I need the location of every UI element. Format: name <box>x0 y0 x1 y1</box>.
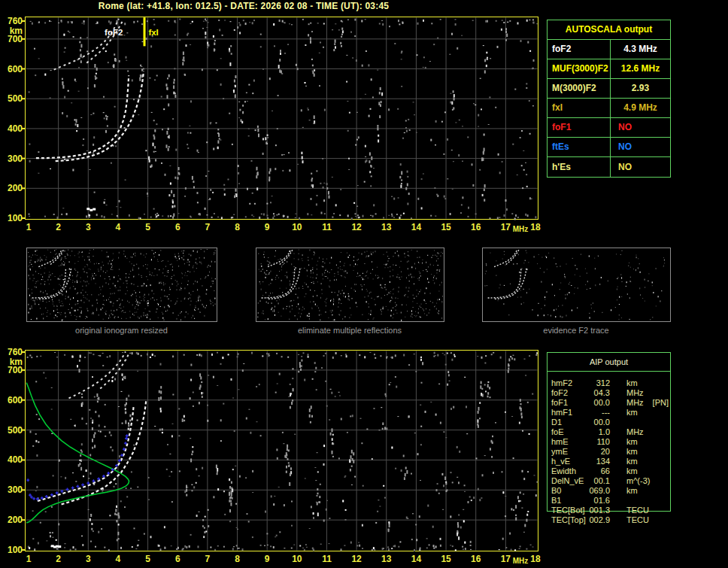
aip-row-yme: ymE20km <box>551 447 669 457</box>
aip-unit: km <box>626 437 638 447</box>
aip-label: h_vE <box>551 457 587 466</box>
thumbnail-evidence-f2-trace <box>483 248 671 322</box>
aip-unit: MHz <box>626 427 644 437</box>
annotation-fxi: fxI <box>148 28 158 37</box>
aip-label: D1 <box>551 418 587 427</box>
aip-val: 002.9 <box>587 515 610 525</box>
x-axis-tick-label: 14 <box>411 222 422 232</box>
table-row-fxi: fxI 4.9 MHz <box>548 99 670 118</box>
table-row-ftes: ftEs NO <box>548 138 670 157</box>
table-row-fof2: foF2 4.3 MHz <box>548 40 670 59</box>
fxi-label: fxI <box>548 99 611 117</box>
aip-table-title: AIP output <box>547 353 671 371</box>
x-axis-tick-label: 2 <box>56 222 61 232</box>
aip-unit: km <box>626 466 638 476</box>
aip-row-hmf1: hmF1---km <box>551 408 669 418</box>
fof1-value: NO <box>611 118 670 137</box>
thumbnail-original-ionogram <box>27 248 217 322</box>
x-axis-tick-label: 11 <box>322 222 332 232</box>
aip-label: B0 <box>551 486 587 496</box>
autoscala-application-window: Rome (lat: +41.8, lon: 012.5) - DATE: 20… <box>0 0 728 568</box>
x-axis-tick-label: 15 <box>441 554 451 564</box>
y-axis-tick-label: 760 <box>8 347 23 357</box>
y-axis-tick-label: 400 <box>8 454 23 465</box>
aip-unit: MHz <box>626 388 644 398</box>
x-axis-tick-label: 9 <box>265 554 270 564</box>
aip-row-fof1: foF100.0MHz[PN] <box>551 398 669 408</box>
hpes-value: NO <box>611 157 670 177</box>
aip-row-hme: hmE110km <box>551 437 669 447</box>
aip-val: 00.0 <box>587 398 610 408</box>
aip-row-foe: foE1.0MHz <box>551 427 669 437</box>
aip-row-hmf2: hmF2312km <box>551 378 669 388</box>
plot-border <box>26 17 538 220</box>
aip-label: hmE <box>551 437 587 447</box>
y-axis-tick-label: 300 <box>8 484 23 495</box>
aip-row-tec-top-: TEC[Top]002.9TECU <box>551 515 669 525</box>
aip-row-deln-ve: DelN_vE00.1m^(-3) <box>551 476 669 486</box>
aip-val: --- <box>587 408 610 418</box>
table-row-fof1: foF1 NO <box>548 118 670 138</box>
ftes-label: ftEs <box>548 138 611 156</box>
x-axis-tick-label: 6 <box>175 222 180 232</box>
aip-row-fof2: foF204.3MHz <box>551 388 669 398</box>
ftes-value: NO <box>611 138 670 156</box>
aip-unit: TECU <box>626 506 649 515</box>
aip-label: B1 <box>551 496 587 506</box>
x-axis-tick-label: 14 <box>411 554 422 564</box>
x-axis-tick-label: 5 <box>145 222 150 232</box>
annotation-fof2: foF2 <box>105 28 123 37</box>
x-axis-tick-label: 16 <box>471 554 481 564</box>
thumbnail-caption-eliminate: eliminate multiple reflections <box>256 326 444 335</box>
x-axis-tick-label: 18 <box>530 222 541 232</box>
fxi-value: 4.9 MHz <box>611 99 670 117</box>
x-axis-tick-label: 12 <box>351 222 362 232</box>
aip-val: 001.3 <box>587 506 610 515</box>
x-axis-tick-label: 4 <box>116 222 121 232</box>
table-row-muf3000f2: MUF(3000)F2 12.6 MHz <box>548 59 670 79</box>
fof2-value: 4.3 MHz <box>611 40 670 59</box>
aip-val: 1.0 <box>587 427 610 437</box>
aip-val: 04.3 <box>587 388 610 398</box>
x-axis-tick-label: 13 <box>381 222 392 232</box>
x-axis-tick-label: 2 <box>56 554 61 564</box>
ionogram-plot-top: foF2fxI123456789101112131415161718MHz760… <box>8 16 541 233</box>
x-axis-unit-label: MHz <box>513 557 529 565</box>
fof2-label: foF2 <box>548 40 611 59</box>
y-axis-tick-label: 300 <box>8 153 23 164</box>
aip-label: DelN_vE <box>551 476 587 486</box>
y-axis-tick-label: 500 <box>8 425 23 436</box>
aip-unit: km <box>626 408 638 418</box>
aip-row-d1: D100.0 <box>551 418 669 427</box>
aip-label: foE <box>551 427 587 437</box>
thumbnail-eliminate-reflections <box>256 248 444 322</box>
x-axis-tick-label: 10 <box>292 222 302 232</box>
aip-row-h-ve: h_vE134km <box>551 457 669 466</box>
y-axis-tick-label: 100 <box>8 213 23 223</box>
aip-val: 134 <box>587 457 610 466</box>
aip-unit: km <box>626 457 638 466</box>
autoscala-output-table: AUTOSCALA output foF2 4.3 MHz MUF(3000)F… <box>547 20 671 178</box>
muf3000f2-value: 12.6 MHz <box>611 59 670 78</box>
plot-border <box>26 351 538 551</box>
y-axis-tick-label: 600 <box>8 64 23 74</box>
x-axis-tick-label: 3 <box>86 554 91 564</box>
aip-row-b0: B0069.0km <box>551 486 669 496</box>
aip-val: 00.1 <box>587 476 610 486</box>
thumbnail-caption-evidence: evidence F2 trace <box>482 326 670 335</box>
aip-table-divider <box>548 371 670 372</box>
aip-extra: [PN] <box>653 398 669 408</box>
y-axis-unit-label: km <box>10 26 23 36</box>
autoscala-table-title: AUTOSCALA output <box>548 20 670 40</box>
x-axis-tick-label: 4 <box>116 554 121 564</box>
y-axis-tick-label: 100 <box>8 545 23 555</box>
aip-label: hmF1 <box>551 408 587 418</box>
x-axis-tick-label: 18 <box>530 554 541 564</box>
aip-unit: km <box>626 378 638 388</box>
m3000f2-label: M(3000)F2 <box>548 79 611 98</box>
x-axis-tick-label: 8 <box>235 554 240 564</box>
x-axis-tick-label: 15 <box>441 222 451 232</box>
aip-val: 110 <box>587 437 610 447</box>
aip-unit: m^(-3) <box>626 476 650 486</box>
y-axis-tick-label: 200 <box>8 515 23 525</box>
